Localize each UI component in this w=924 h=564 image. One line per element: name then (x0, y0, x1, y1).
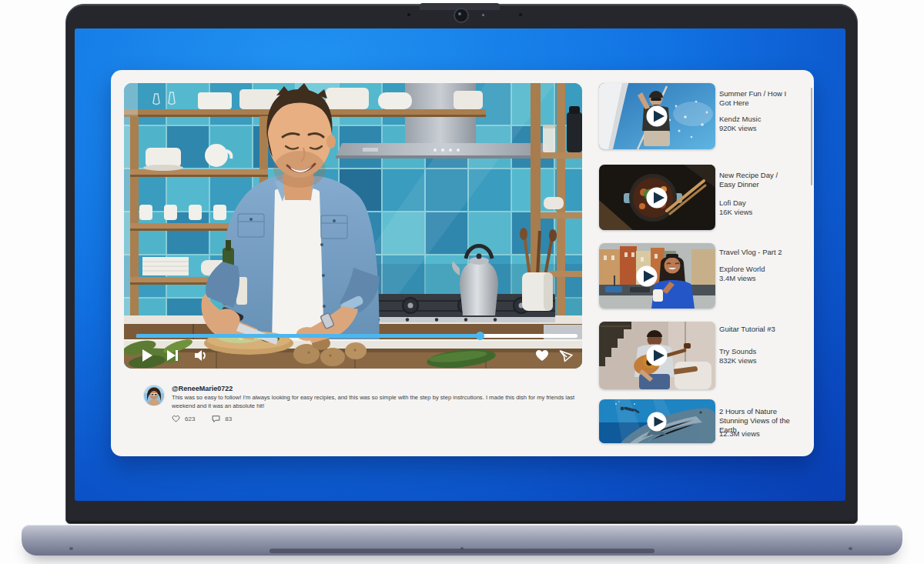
play-overlay-icon[interactable] (648, 412, 667, 432)
video-channel: Kendz Music (719, 115, 808, 124)
video-title: New Recipe Day / Easy Dinner (719, 171, 808, 189)
laptop-base (22, 525, 902, 556)
scrollbar[interactable] (811, 88, 812, 185)
video-views: 16K views (719, 208, 808, 217)
video-views: 832K views (719, 356, 808, 365)
video-title: Summer Fun / How I Got Here (719, 89, 808, 108)
video-thumbnail-boat-vlog[interactable] (599, 83, 715, 149)
video-title: Travel Vlog - Part 2 (719, 248, 808, 257)
play-overlay-icon[interactable] (637, 266, 658, 287)
play-button[interactable] (139, 348, 155, 363)
video-thumbnail-travel-vlog[interactable] (599, 243, 715, 309)
microphone-dot-icon (407, 13, 410, 16)
play-overlay-icon[interactable] (647, 188, 668, 209)
video-meta: Lofi Day 16K views (719, 199, 808, 217)
video-thumbnail-recipe-pot[interactable] (599, 165, 715, 230)
video-views: 920K views (719, 124, 808, 133)
microphone-dot-icon (519, 13, 522, 16)
like-button[interactable] (534, 348, 550, 363)
cooking-video-frame (124, 83, 582, 369)
laptop-lid: @ReneeMarie0722 This was so easy to foll… (65, 4, 858, 524)
laptop-screen: @ReneeMarie0722 This was so easy to foll… (75, 28, 845, 501)
progress-handle[interactable] (476, 332, 484, 340)
stage: @ReneeMarie0722 This was so easy to foll… (0, 0, 924, 564)
volume-button[interactable] (193, 348, 209, 363)
comment-reply-count[interactable]: 83 (225, 415, 232, 422)
video-channel: Lofi Day (719, 199, 808, 208)
progress-fill (136, 334, 480, 338)
video-title: Guitar Tutorial #3 (719, 325, 808, 334)
comment-text: This was so easy to follow! I'm always l… (172, 394, 584, 411)
video-views: 12.3M views (719, 429, 808, 439)
comment: @ReneeMarie0722 This was so easy to foll… (172, 384, 584, 411)
video-thumbnail-guitar-tutorial[interactable] (599, 322, 715, 389)
video-thumbnail-whale-nature[interactable] (599, 399, 715, 443)
rubber-foot (849, 547, 852, 550)
base-lip (270, 549, 654, 553)
video-meta: Try Sounds 832K views (719, 347, 808, 365)
next-track-button[interactable] (165, 348, 180, 363)
video-channel: Try Sounds (719, 347, 808, 356)
video-meta: Kendz Music 920K views (719, 115, 808, 133)
video-views: 3.4M views (719, 274, 808, 283)
comment-username[interactable]: @ReneeMarie0722 (172, 384, 584, 393)
video-app-window: @ReneeMarie0722 This was so easy to foll… (111, 70, 814, 456)
progress-bar[interactable] (136, 334, 578, 338)
video-channel: Explore World (719, 265, 808, 274)
comment-bubble-icon[interactable] (212, 415, 220, 422)
heart-outline-icon[interactable] (172, 415, 180, 422)
video-meta: 12.3M views (719, 429, 808, 439)
share-button[interactable] (558, 348, 574, 363)
play-overlay-icon[interactable] (647, 106, 668, 127)
comment-avatar[interactable] (144, 385, 164, 405)
webcam-icon (454, 8, 469, 23)
comment-actions: 623 83 (172, 414, 232, 423)
avatar-woman-sunglasses (144, 385, 164, 405)
comment-like-count[interactable]: 623 (185, 415, 195, 422)
video-meta: Explore World 3.4M views (719, 265, 808, 283)
camera-led-icon (482, 14, 484, 16)
play-overlay-icon[interactable] (647, 345, 668, 366)
rubber-foot (69, 547, 73, 550)
video-player[interactable] (124, 83, 582, 369)
